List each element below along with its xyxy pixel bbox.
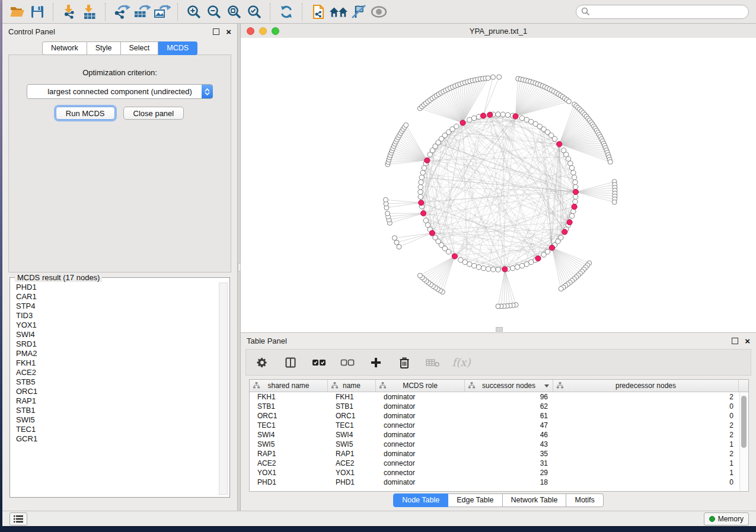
- export-table-icon[interactable]: [132, 2, 152, 21]
- column-header-MCDS-role[interactable]: MCDS role: [376, 380, 465, 392]
- sort-indicator-icon[interactable]: [544, 384, 549, 387]
- zoom-fit-icon[interactable]: [224, 2, 244, 21]
- first-neighbors-icon[interactable]: [328, 2, 349, 21]
- open-file-icon[interactable]: [7, 2, 27, 21]
- table-cell: SWI4: [328, 431, 376, 439]
- close-table-panel-icon[interactable]: ×: [745, 336, 750, 345]
- zoom-in-icon[interactable]: [184, 2, 204, 21]
- tab-node-table[interactable]: Node Table: [393, 493, 448, 507]
- mcds-result-title: MCDS result (17 nodes): [15, 273, 102, 282]
- split-panel-icon[interactable]: [283, 354, 298, 371]
- table-row[interactable]: SWI5SWI5connector431: [250, 440, 748, 449]
- table-row[interactable]: FKH1FKH1dominator962: [250, 392, 748, 402]
- mcds-result-item[interactable]: GCR1: [16, 434, 218, 444]
- hide-selected-icon[interactable]: [349, 2, 369, 21]
- table-row[interactable]: ACE2ACE2connector311: [250, 459, 748, 468]
- save-session-icon[interactable]: [27, 2, 47, 21]
- optimization-criterion-select[interactable]: largest connected component (undirected): [27, 84, 213, 99]
- table-cell: ORC1: [250, 412, 328, 420]
- mcds-result-item[interactable]: PHD1: [16, 283, 218, 292]
- mcds-result-item[interactable]: STB1: [16, 406, 218, 415]
- export-image-icon[interactable]: [152, 2, 172, 21]
- table-cell: 18: [465, 478, 553, 486]
- mcds-result-item[interactable]: ACE2: [16, 368, 218, 377]
- search-input[interactable]: [590, 7, 744, 17]
- table-cell: dominator: [376, 431, 465, 439]
- main-toolbar: [2, 0, 756, 24]
- mcds-result-item[interactable]: SWI4: [16, 330, 218, 339]
- horizontal-splitter-handle[interactable]: [496, 327, 503, 332]
- table-settings-icon[interactable]: [254, 354, 270, 371]
- mcds-result-item[interactable]: STP4: [16, 302, 218, 311]
- deselect-all-rows-icon[interactable]: [340, 354, 355, 371]
- mcds-result-item[interactable]: YOX1: [16, 321, 218, 330]
- table-row[interactable]: SWI4SWI4dominator462: [250, 430, 748, 440]
- mcds-result-item[interactable]: SRD1: [16, 339, 218, 349]
- tab-network[interactable]: Network: [42, 41, 87, 55]
- new-network-from-selection-icon[interactable]: [308, 2, 328, 21]
- network-graph[interactable]: [241, 38, 756, 332]
- table-panel-title: Table Panel: [247, 336, 287, 345]
- memory-button[interactable]: Memory: [704, 512, 749, 525]
- application-window: Control Panel × NetworkStyleSelectMCDS O…: [2, 0, 756, 526]
- import-network-icon[interactable]: [59, 2, 79, 21]
- tab-select[interactable]: Select: [121, 41, 159, 55]
- delete-table-icon[interactable]: [425, 354, 441, 371]
- column-header-shared-name[interactable]: shared name: [250, 380, 328, 392]
- table-row[interactable]: RAP1RAP1dominator352: [250, 449, 748, 459]
- task-history-button[interactable]: [9, 512, 27, 525]
- table-row[interactable]: YOX1YOX1connector291: [250, 468, 748, 477]
- mcds-result-list[interactable]: PHD1CAR1STP4TID3YOX1SWI4SRD1PMA2FKH1ACE2…: [12, 283, 218, 495]
- tab-style[interactable]: Style: [87, 41, 121, 55]
- float-table-panel-icon[interactable]: [732, 338, 738, 344]
- table-body: FKH1FKH1dominator962STB1STB1dominator620…: [250, 392, 748, 487]
- mcds-result-item[interactable]: TEC1: [16, 425, 218, 434]
- export-network-icon[interactable]: [111, 2, 132, 21]
- column-header-successor-nodes[interactable]: successor nodes: [465, 380, 553, 392]
- table-row[interactable]: PHD1PHD1dominator180: [250, 477, 748, 487]
- zoom-selected-icon[interactable]: [244, 2, 264, 21]
- close-panel-icon[interactable]: ×: [226, 27, 231, 36]
- mcds-result-item[interactable]: RAP1: [16, 396, 218, 406]
- column-header-predecessor-nodes[interactable]: predecessor nodes: [553, 380, 739, 392]
- mcds-result-item[interactable]: CAR1: [16, 292, 218, 302]
- tab-network-table[interactable]: Network Table: [503, 493, 567, 507]
- toolbar-separator: [177, 3, 178, 21]
- mcds-result-item[interactable]: TID3: [16, 311, 218, 321]
- zoom-out-icon[interactable]: [204, 2, 224, 21]
- mcds-result-item[interactable]: ORC1: [16, 387, 218, 396]
- tab-motifs[interactable]: Motifs: [566, 493, 603, 507]
- refresh-view-icon[interactable]: [276, 2, 296, 21]
- table-scrollbar[interactable]: [739, 392, 748, 491]
- table-cell: dominator: [376, 450, 465, 458]
- mcds-result-scrollbar[interactable]: [219, 283, 228, 495]
- function-builder-icon[interactable]: f(x): [454, 354, 469, 371]
- table-row[interactable]: STB1STB1dominator620: [250, 402, 748, 411]
- float-panel-icon[interactable]: [213, 28, 219, 35]
- close-panel-button[interactable]: Close panel: [123, 107, 184, 120]
- show-all-icon[interactable]: [369, 2, 389, 21]
- table-cell: 62: [465, 402, 553, 411]
- select-all-rows-icon[interactable]: [311, 354, 327, 371]
- tab-edge-table[interactable]: Edge Table: [448, 493, 502, 507]
- column-header-name[interactable]: name: [328, 380, 376, 392]
- table-tabs: Node TableEdge TableNetwork TableMotifs: [241, 493, 756, 507]
- tab-mcds[interactable]: MCDS: [158, 41, 197, 55]
- memory-status-icon: [709, 516, 715, 522]
- search-box[interactable]: [576, 5, 749, 19]
- import-table-icon[interactable]: [79, 2, 100, 21]
- table-row[interactable]: TEC1TEC1connector472: [250, 421, 748, 430]
- table-scrollbar-thumb[interactable]: [741, 396, 747, 448]
- mcds-result-item[interactable]: STB5: [16, 377, 218, 387]
- table-cell: connector: [376, 469, 465, 477]
- mcds-result-item[interactable]: FKH1: [16, 358, 218, 368]
- table-cell: dominator: [376, 478, 465, 486]
- delete-column-icon[interactable]: [397, 354, 412, 371]
- mcds-result-item[interactable]: PMA2: [16, 349, 218, 358]
- run-mcds-button[interactable]: Run MCDS: [56, 107, 115, 120]
- attribute-tree-icon: [331, 382, 338, 389]
- add-column-icon[interactable]: [368, 354, 384, 371]
- table-row[interactable]: ORC1ORC1dominator610: [250, 411, 748, 421]
- network-canvas[interactable]: [241, 38, 756, 332]
- mcds-result-item[interactable]: SWI5: [16, 415, 218, 425]
